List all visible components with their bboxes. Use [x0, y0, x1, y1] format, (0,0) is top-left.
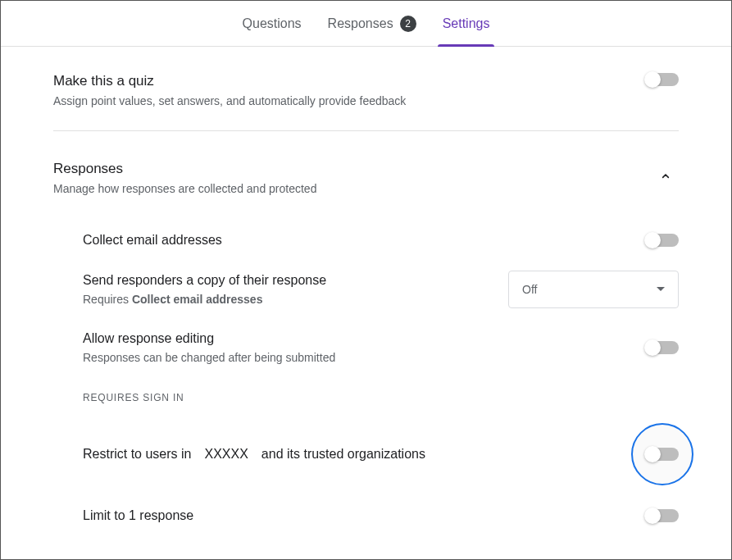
responses-section: Responses Manage how responses are colle… [53, 131, 679, 558]
allow-editing-row: Allow response editing Responses can be … [83, 320, 679, 376]
responses-subtitle: Manage how responses are collected and p… [53, 182, 316, 195]
send-copy-requires-prefix: Requires [83, 293, 132, 306]
collect-email-toggle[interactable] [646, 234, 679, 247]
dropdown-arrow-icon [657, 287, 665, 292]
settings-content: Make this a quiz Assign point values, se… [1, 47, 731, 558]
requires-sign-in-label: REQUIRES SIGN IN [83, 376, 679, 412]
limit-one-title: Limit to 1 response [83, 508, 646, 523]
chevron-up-icon [659, 170, 672, 183]
tabs-header: Questions Responses 2 Settings [1, 1, 731, 47]
send-copy-subtitle: Requires Collect email addresses [83, 293, 508, 306]
send-copy-row: Send responders a copy of their response… [83, 259, 679, 320]
allow-editing-toggle[interactable] [646, 341, 679, 354]
allow-editing-subtitle: Responses can be changed after being sub… [83, 351, 646, 364]
collect-email-row: Collect email addresses [83, 221, 679, 259]
limit-one-toggle[interactable] [646, 509, 679, 522]
quiz-section: Make this a quiz Assign point values, se… [53, 66, 679, 131]
send-copy-dropdown[interactable]: Off [508, 271, 679, 308]
restrict-toggle-highlight [631, 423, 693, 485]
send-copy-dropdown-value: Off [522, 283, 537, 296]
quiz-subtitle: Assign point values, set answers, and au… [53, 94, 406, 107]
responses-body: Collect email addresses Send responders … [53, 195, 679, 535]
quiz-title: Make this a quiz [53, 73, 406, 89]
tab-settings-label: Settings [443, 16, 490, 31]
limit-one-row: Limit to 1 response [83, 497, 679, 535]
allow-editing-title: Allow response editing [83, 331, 646, 346]
send-copy-title: Send responders a copy of their response [83, 273, 508, 288]
tab-responses[interactable]: Responses 2 [328, 1, 416, 47]
tab-responses-label: Responses [328, 16, 393, 31]
restrict-part1: Restrict to users in [83, 447, 191, 462]
restrict-part2: and its trusted organizations [261, 447, 425, 462]
responses-count-badge: 2 [400, 16, 416, 32]
restrict-users-title: Restrict to users in XXXXX and its trust… [83, 447, 631, 462]
tab-questions[interactable]: Questions [243, 1, 302, 47]
tab-settings[interactable]: Settings [443, 1, 490, 47]
send-copy-requires-bold: Collect email addresses [132, 293, 263, 306]
quiz-toggle[interactable] [646, 73, 679, 86]
tab-questions-label: Questions [243, 16, 302, 31]
restrict-users-row: Restrict to users in XXXXX and its trust… [83, 412, 679, 497]
collect-email-title: Collect email addresses [83, 233, 646, 248]
restrict-users-toggle[interactable] [646, 448, 679, 461]
restrict-org: XXXXX [204, 447, 248, 462]
responses-title: Responses [53, 161, 316, 177]
collapse-button[interactable] [652, 163, 679, 193]
